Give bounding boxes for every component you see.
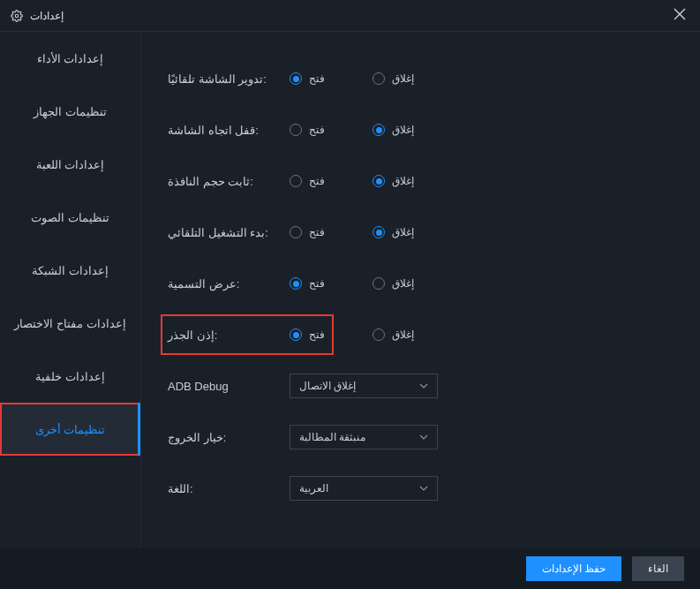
sidebar-item-label: تنظيمات الصوت (31, 211, 109, 224)
sidebar-item-other[interactable]: تنظيمات أخرى (0, 403, 140, 456)
sidebar-item-game[interactable]: إعدادات اللعبة (0, 138, 140, 191)
select-value: العربية (299, 482, 328, 495)
radio-label: فتح (309, 175, 325, 187)
radio-icon (290, 328, 302, 341)
chevron-down-icon (419, 383, 428, 389)
sidebar-item-network[interactable]: إعدادات الشبكة (0, 244, 140, 297)
select-value: إغلاق الاتصال (299, 380, 356, 392)
footer: حفظ الإعدادات الغاء (0, 548, 700, 589)
radio-label: إغلاق (392, 277, 414, 290)
sidebar-item-label: إعدادات الشبكة (32, 264, 109, 277)
radio-group-lock: فتح إغلاق (290, 124, 436, 136)
body-area: إعدادات الأداء تنظيمات الجهاز إعدادات ال… (0, 32, 700, 548)
sidebar-item-label: إعدادات مفتاح الاختصار (14, 317, 125, 330)
radio-label: فتح (309, 72, 325, 85)
chevron-down-icon (419, 434, 428, 440)
radio-root-close[interactable]: إغلاق (373, 328, 414, 341)
select-language[interactable]: العربية (290, 476, 438, 501)
sidebar-item-label: إعدادات خلفية (35, 370, 105, 383)
radio-label: فتح (309, 277, 325, 290)
radio-showlabel-close[interactable]: إغلاق (373, 277, 414, 290)
sidebar-item-label: إعدادات الأداء (37, 52, 104, 65)
sidebar-item-label: تنظيمات الجهاز (34, 105, 107, 118)
radio-autorotate-open[interactable]: فتح (290, 72, 325, 85)
row-adb: ADB Debug إغلاق الاتصال (168, 360, 674, 412)
close-icon (674, 8, 686, 20)
row-fixed-window: ثابت حجم النافذة: فتح إغلاق (168, 155, 674, 207)
select-value: منبثقة المطالبة (299, 431, 365, 443)
radio-autostart-open[interactable]: فتح (290, 226, 325, 238)
select-exit[interactable]: منبثقة المطالبة (290, 425, 438, 449)
radio-label: إغلاق (392, 124, 414, 136)
radio-label: إغلاق (392, 175, 414, 187)
sidebar-item-label: إعدادات اللعبة (36, 158, 105, 171)
radio-group-showlabel: فتح إغلاق (290, 277, 436, 290)
row-label: خيار الخروج: (168, 431, 274, 444)
sidebar-item-label: تنظيمات أخرى (35, 423, 106, 436)
close-button[interactable] (670, 4, 689, 27)
radio-icon (373, 72, 385, 85)
radio-group-root: فتح إغلاق (290, 328, 436, 341)
radio-icon (290, 277, 302, 290)
sidebar-item-performance[interactable]: إعدادات الأداء (0, 32, 140, 85)
radio-group-fixed: فتح إغلاق (290, 175, 436, 187)
row-language: اللغة: العربية (168, 463, 674, 514)
radio-label: إغلاق (392, 226, 414, 238)
row-label: إذن الجذر: (168, 328, 274, 342)
radio-icon (373, 328, 385, 341)
radio-autorotate-close[interactable]: إغلاق (373, 72, 414, 85)
radio-lock-open[interactable]: فتح (290, 124, 325, 136)
select-adb[interactable]: إغلاق الاتصال (290, 374, 438, 398)
row-root-permission: إذن الجذر: فتح إغلاق (168, 309, 674, 360)
save-button[interactable]: حفظ الإعدادات (526, 556, 621, 581)
sidebar-item-shortcut[interactable]: إعدادات مفتاح الاختصار (0, 297, 140, 350)
row-show-label: عرض التسمية: فتح إغلاق (168, 258, 674, 309)
svg-point-0 (15, 14, 19, 18)
row-label: ثابت حجم النافذة: (168, 175, 274, 188)
row-autostart: بدء التشغيل التلقائي: فتح إغلاق (168, 207, 674, 258)
sidebar-item-device[interactable]: تنظيمات الجهاز (0, 85, 140, 138)
radio-group-autostart: فتح إغلاق (290, 226, 436, 238)
radio-fixed-open[interactable]: فتح (290, 175, 325, 187)
sidebar-item-sound[interactable]: تنظيمات الصوت (0, 191, 140, 244)
sidebar: إعدادات الأداء تنظيمات الجهاز إعدادات ال… (0, 32, 141, 548)
gear-icon (11, 10, 23, 22)
row-label: عرض التسمية: (168, 277, 274, 291)
radio-autostart-close[interactable]: إغلاق (373, 226, 414, 238)
row-label: اللغة: (168, 482, 274, 495)
row-autorotate: تدوير الشاشة تلقائيًا: فتح إغلاق (168, 53, 674, 104)
radio-label: فتح (309, 328, 325, 341)
radio-root-open[interactable]: فتح (290, 328, 325, 341)
radio-lock-close[interactable]: إغلاق (373, 124, 414, 136)
radio-icon (290, 175, 302, 187)
radio-icon (290, 124, 302, 136)
radio-icon (373, 175, 385, 187)
row-lock-orientation: قفل اتجاه الشاشة: فتح إغلاق (168, 104, 674, 155)
radio-icon (373, 226, 385, 238)
chevron-down-icon (419, 486, 428, 491)
settings-content: تدوير الشاشة تلقائيًا: فتح إغلاق قفل اتج… (141, 32, 700, 548)
radio-showlabel-open[interactable]: فتح (290, 277, 325, 290)
row-label: قفل اتجاه الشاشة: (168, 124, 274, 137)
titlebar: إعدادات (0, 0, 700, 32)
radio-icon (290, 226, 302, 238)
radio-icon (290, 72, 302, 85)
radio-fixed-close[interactable]: إغلاق (373, 175, 414, 187)
titlebar-left: إعدادات (11, 10, 64, 22)
sidebar-item-wallpaper[interactable]: إعدادات خلفية (0, 350, 140, 403)
row-exit: خيار الخروج: منبثقة المطالبة (168, 412, 674, 463)
row-label: بدء التشغيل التلقائي: (168, 226, 274, 239)
radio-label: فتح (309, 226, 325, 238)
row-label: تدوير الشاشة تلقائيًا: (168, 72, 274, 86)
row-label: ADB Debug (168, 380, 274, 393)
radio-label: إغلاق (392, 328, 414, 341)
cancel-button[interactable]: الغاء (632, 556, 684, 581)
radio-label: فتح (309, 124, 325, 136)
radio-icon (373, 277, 385, 290)
window-title: إعدادات (30, 10, 64, 22)
radio-group-autorotate: فتح إغلاق (290, 72, 436, 85)
radio-icon (373, 124, 385, 136)
radio-label: إغلاق (392, 72, 414, 85)
